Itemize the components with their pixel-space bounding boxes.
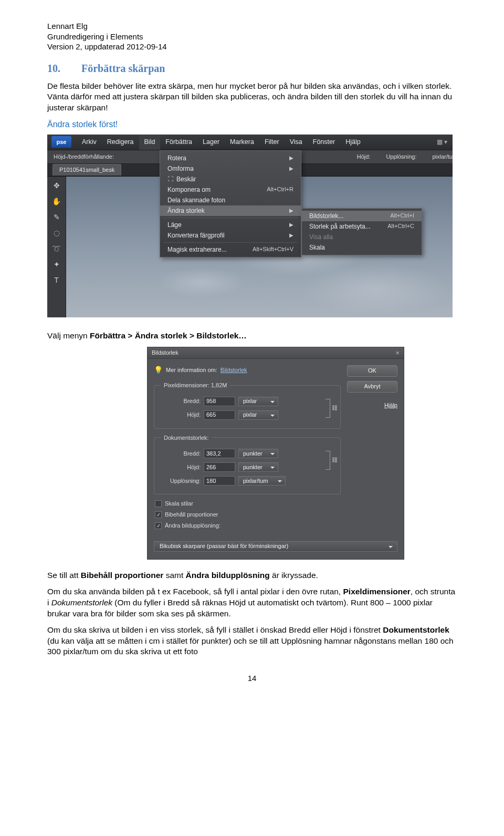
doc-res-field[interactable]: 180 xyxy=(204,476,235,486)
crop-icon: ⛶ xyxy=(167,175,173,183)
mid-text-bold: Förbättra > Ändra storlek > Bildstorlek… xyxy=(90,331,247,340)
opt-resolution-label: Upplösning: xyxy=(386,153,416,161)
menubar: pse Arkiv Redigera Bild Förbättra Lager … xyxy=(47,135,453,150)
mi-dela-skannade[interactable]: Dela skannade foton xyxy=(160,195,301,205)
px-height-field[interactable]: 665 xyxy=(204,410,235,420)
opt-ratio-label: Höjd-/breddförhållande: xyxy=(54,153,114,161)
blue-note: Ändra storlek först! xyxy=(47,119,457,130)
mi-konvertera-fargprofil[interactable]: Konvertera färgprofil▶ xyxy=(160,230,301,241)
lasso-tool-icon[interactable]: ➰ xyxy=(51,244,62,254)
menu-fonster[interactable]: Fönster xyxy=(308,135,340,150)
section-heading: 10. Förbättra skärpan xyxy=(47,61,457,76)
checkbox-icon xyxy=(155,500,162,507)
doc-res-label: Upplösning: xyxy=(161,477,201,485)
page-number: 14 xyxy=(47,673,457,684)
dialog-title: Bildstorlek xyxy=(152,349,178,357)
mid-text: Välj menyn Förbättra > Ändra storlek > B… xyxy=(47,331,457,342)
marquee-tool-icon[interactable]: ◌ xyxy=(51,228,62,239)
app-logo: pse xyxy=(51,136,71,148)
andra-storlek-submenu: Bildstorlek...Alt+Ctrl+I Storlek på arbe… xyxy=(301,208,422,255)
menu-hjalp[interactable]: Hjälp xyxy=(340,135,366,150)
doc-width-field[interactable]: 383,2 xyxy=(204,449,235,458)
tool-strip: ✥ ✋ ✎ ◌ ➰ ✦ T xyxy=(47,177,66,317)
mid-text-pre: Välj menyn xyxy=(47,331,90,340)
resample-method-select[interactable]: Bikubisk skarpare (passar bäst för förmi… xyxy=(154,541,397,552)
mi-rotera[interactable]: Rotera▶ xyxy=(160,153,301,163)
section-title-text: Förbättra skärpan xyxy=(81,63,165,74)
document-size-fieldset: Dokumentstorlek: Bredd: 383,2 punkter Hö… xyxy=(154,434,341,495)
doc-title: Grundredigering i Elements xyxy=(47,32,457,42)
menu-arkiv[interactable]: Arkiv xyxy=(77,135,102,150)
paragraph-2: Se till att Bibehåll proportioner samt Ä… xyxy=(47,570,457,581)
cancel-button[interactable]: Avbryt xyxy=(347,381,397,393)
document-tab[interactable]: P1010541small_besk xyxy=(52,164,121,176)
pixel-dimensions-fieldset: Pixeldimensioner: 1,82M Bredd: 958 pixla… xyxy=(154,381,341,429)
smi-visa-alla: Visa alla xyxy=(302,232,422,242)
help-link[interactable]: Hjälp xyxy=(347,400,397,411)
link-brace-icon xyxy=(322,447,334,474)
screenshot-dialog: Bildstorlek × 💡 Mer information om: Bild… xyxy=(147,347,404,560)
eyedropper-tool-icon[interactable]: ✎ xyxy=(51,212,62,223)
mi-lage[interactable]: Läge▶ xyxy=(160,220,301,230)
px-width-label: Bredd: xyxy=(161,397,201,405)
smi-skala[interactable]: Skala xyxy=(302,242,422,253)
section-number: 10. xyxy=(47,61,79,76)
menu-filter[interactable]: Filter xyxy=(259,135,285,150)
check-constrain-proportions[interactable]: ✓ Bibehåll proportioner xyxy=(155,511,341,519)
check-scale-styles[interactable]: Skala stilar xyxy=(155,500,341,508)
hand-tool-icon[interactable]: ✋ xyxy=(51,197,62,207)
paragraph-4: Om du ska skriva ut bilden i en viss sto… xyxy=(47,625,457,658)
wand-tool-icon[interactable]: ✦ xyxy=(51,260,62,270)
close-icon[interactable]: × xyxy=(395,348,400,358)
doc-author: Lennart Elg xyxy=(47,21,457,32)
checkbox-icon: ✓ xyxy=(155,522,162,529)
doc-width-unit-select[interactable]: punkter xyxy=(238,449,278,458)
link-brace-icon xyxy=(322,395,334,422)
document-size-legend: Dokumentstorlek: xyxy=(161,434,212,442)
px-height-unit-select[interactable]: pixlar xyxy=(238,410,278,420)
doc-width-label: Bredd: xyxy=(161,450,201,458)
px-height-label: Höjd: xyxy=(161,411,201,419)
workspace-icon[interactable]: ▦ ▾ xyxy=(437,138,453,146)
move-tool-icon[interactable]: ✥ xyxy=(51,181,62,191)
dialog-info-row: 💡 Mer information om: Bildstorlek xyxy=(154,365,341,375)
type-tool-icon[interactable]: T xyxy=(51,275,62,286)
mi-omforma[interactable]: Omforma▶ xyxy=(160,163,301,174)
opt-height-label: Höjd: xyxy=(357,153,371,161)
px-width-field[interactable]: 958 xyxy=(204,397,235,406)
mi-komponera-om[interactable]: Komponera omAlt+Ctrl+R xyxy=(160,184,301,195)
doc-height-field[interactable]: 266 xyxy=(204,462,235,472)
doc-version: Version 2, uppdaterad 2012-09-14 xyxy=(47,42,457,52)
lightbulb-icon: 💡 xyxy=(154,365,163,375)
check-resample[interactable]: ✓ Ändra bildupplösning: xyxy=(155,522,341,530)
menu-bild[interactable]: Bild xyxy=(139,135,161,150)
mi-beskar[interactable]: ⛶Beskär xyxy=(160,174,301,184)
menu-markera[interactable]: Markera xyxy=(225,135,259,150)
pixel-dimensions-legend: Pixeldimensioner: 1,82M xyxy=(161,381,230,389)
opt-unit-label: pixlar/tu xyxy=(432,153,453,161)
info-label: Mer information om: xyxy=(166,366,217,374)
paragraph-1: De flesta bilder behöver lite extra skär… xyxy=(47,81,457,114)
document-tab-label: P1010541small_besk xyxy=(59,167,114,173)
mi-magisk-extraherare[interactable]: Magisk extraherare...Alt+Skift+Ctrl+V xyxy=(160,244,301,255)
checkbox-icon: ✓ xyxy=(155,511,162,518)
bild-dropdown: Rotera▶ Omforma▶ ⛶Beskär Komponera omAlt… xyxy=(160,150,301,257)
menu-forbattra[interactable]: Förbättra xyxy=(160,135,197,150)
doc-height-unit-select[interactable]: punkter xyxy=(238,462,278,472)
paragraph-3: Om du ska använda bilden på t ex Faceboo… xyxy=(47,586,457,620)
menu-lager[interactable]: Lager xyxy=(197,135,225,150)
menu-redigera[interactable]: Redigera xyxy=(102,135,139,150)
smi-bildstorlek[interactable]: Bildstorlek...Alt+Ctrl+I xyxy=(302,211,422,221)
doc-height-label: Höjd: xyxy=(161,463,201,471)
screenshot-menu: pse Arkiv Redigera Bild Förbättra Lager … xyxy=(47,135,453,317)
menu-visa[interactable]: Visa xyxy=(285,135,308,150)
px-width-unit-select[interactable]: pixlar xyxy=(238,397,278,406)
ok-button[interactable]: OK xyxy=(347,365,397,377)
menu-separator xyxy=(163,218,298,218)
info-link[interactable]: Bildstorlek xyxy=(220,366,247,374)
dialog-titlebar: Bildstorlek × xyxy=(148,347,404,359)
doc-res-unit-select[interactable]: pixlar/tum xyxy=(238,476,286,486)
smi-arbetsyta[interactable]: Storlek på arbetsyta...Alt+Ctrl+C xyxy=(302,221,422,232)
mi-andra-storlek[interactable]: Ändra storlek▶ xyxy=(160,205,301,216)
doc-header: Lennart Elg Grundredigering i Elements V… xyxy=(47,21,457,52)
